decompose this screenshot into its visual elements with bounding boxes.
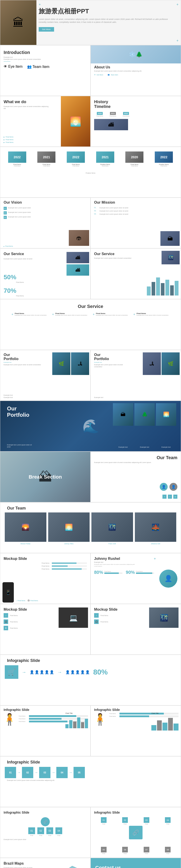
infog2r-cbar-5 bbox=[174, 723, 179, 731]
portfolio-r-label: Example text bbox=[94, 397, 103, 398]
infog4-lbl-1: Final bbox=[30, 835, 33, 836]
infog4r-lbl-8: Final bbox=[166, 853, 169, 854]
intro-icon-2: 👥 Team Item bbox=[27, 65, 50, 69]
intro-label: Example text bbox=[0, 56, 90, 58]
vision-text-2: Example text Lorem ipsum dolor bbox=[8, 211, 31, 213]
infog4r-sq-5: 05 bbox=[101, 847, 107, 852]
johnny-text: Example text Lorem ipsum dolor sit amet … bbox=[91, 563, 140, 568]
infog2r-fill-2 bbox=[120, 715, 149, 717]
about-icons: 👁 Get More 👥 Team Item bbox=[91, 72, 181, 78]
slide-contact: Contact us ✉ yourname@example.com 📞 +0 1… bbox=[90, 858, 181, 868]
tl-label-4: Finalize Items bbox=[100, 164, 110, 165]
infog4-item-1: 01 Final bbox=[28, 827, 35, 836]
team-photo-4 bbox=[135, 513, 177, 542]
johnny-progress-1 bbox=[104, 572, 122, 574]
vision-text-1: Example text Lorem ipsum dolor bbox=[8, 207, 31, 209]
portfolio-images-left bbox=[52, 352, 89, 375]
history-extra: 🏙 bbox=[91, 118, 181, 131]
slide-about: About Us Example text Lorem ipsum dolor … bbox=[90, 45, 181, 96]
johnny-avatar: 👤 bbox=[159, 569, 177, 588]
infog2-chart: Chart Title bbox=[66, 712, 88, 728]
service3-item-3: + Final Items Example text Lorem ipsum d… bbox=[93, 312, 129, 316]
history-text-2: Final Items bbox=[109, 115, 116, 117]
infog4-flow: 🔗 01 Final 02 Final 03 Final 04 Final bbox=[0, 816, 90, 837]
plus-icon-s4: + bbox=[133, 312, 135, 316]
infog4r-sq-6: 06 bbox=[122, 847, 128, 852]
intro-divider bbox=[4, 61, 10, 62]
slide-team-full: Our Team Briana Freitas Johnny Titles Fr… bbox=[0, 502, 181, 553]
whatwedo-labels: Final Items Final Items Final Items bbox=[4, 136, 14, 143]
infog2r-label-1: Final Items bbox=[109, 713, 118, 714]
portfolio-full-label-3: Example text bbox=[156, 446, 176, 448]
infog4r-center-icon: 🔗 bbox=[129, 826, 143, 839]
slide-johnny: Johnny Rushel Example text Example text … bbox=[90, 553, 181, 604]
infog2-chart-title: Chart Title bbox=[66, 712, 88, 714]
slide-mockup-phone: Mockup Slide 📱 Final Items Final Items F… bbox=[0, 553, 90, 604]
plus-icon-1: + bbox=[39, 2, 41, 6]
mockup1-fill-2 bbox=[52, 565, 68, 567]
portfolio-full-label-1: Example text bbox=[113, 446, 133, 448]
vision-title: Our Vision bbox=[0, 198, 90, 206]
tl-image-4: 2021 bbox=[96, 152, 114, 163]
contact-title: Contact us bbox=[91, 858, 181, 868]
johnny-stat-1: 80% Final Items bbox=[94, 570, 122, 575]
infog1-arrow-1: → bbox=[22, 670, 26, 675]
history-text-3: Final Items bbox=[123, 115, 129, 117]
infog4r-lbl-1: Final bbox=[102, 823, 105, 825]
slide-mockup-laptop-left: Mockup Slide ♪ Final Items 🎧 Final Items… bbox=[0, 604, 90, 655]
infog1-title: Infographic Slide bbox=[0, 655, 181, 665]
whatwedo-label-1: Final Items bbox=[4, 136, 14, 138]
history-item-3: 2022 Final Items bbox=[120, 112, 132, 117]
mockup1-track-1 bbox=[52, 563, 87, 564]
chart-bar-3 bbox=[156, 277, 160, 296]
service1-img-2 bbox=[67, 265, 89, 276]
infog4-lbl-4: Final bbox=[57, 835, 60, 836]
portfolio-full-img-2 bbox=[134, 403, 155, 426]
mockup2-text-1: Final Items bbox=[10, 615, 18, 616]
mockup1-fill-3 bbox=[52, 568, 82, 569]
slide-introduction: Introduction Example text Example text L… bbox=[0, 45, 90, 96]
infog3-arrow-1: → bbox=[17, 771, 21, 775]
tl-label-3: Final Items bbox=[72, 164, 80, 165]
mission-num-2: 02. bbox=[94, 210, 98, 212]
mission-num-1: 01. bbox=[94, 207, 98, 208]
mockup2-icon-1: ♪ bbox=[4, 613, 8, 618]
vision-num-1: 01. bbox=[4, 207, 7, 210]
infog3-title: Infographic Slide bbox=[0, 756, 181, 767]
plus-icon-2: + bbox=[177, 2, 179, 6]
infog4-item-2: 02 Final bbox=[37, 827, 44, 836]
infog2r-chart-title: Chart Title bbox=[151, 712, 179, 714]
team-icon: 👥 bbox=[27, 65, 32, 69]
slide-title-image bbox=[0, 0, 36, 45]
portfolio-r-img-2: 🌿 bbox=[161, 352, 180, 375]
intro-text: Example text Lorem ipsum dolor sit amet … bbox=[0, 58, 90, 60]
mission-text-3: Example text Lorem ipsum dolor sit amet bbox=[100, 213, 128, 215]
social-icon-2: t bbox=[168, 495, 172, 499]
team-icon-2: 👥 bbox=[108, 74, 110, 75]
history-item-2: 2021 Final Items bbox=[107, 112, 119, 117]
team-avatar-1: 👤 bbox=[160, 483, 167, 491]
team-social-icons: f t in bbox=[162, 495, 177, 499]
team-photos bbox=[0, 513, 181, 542]
slide-service-list: Our Service + Final Items Example text L… bbox=[0, 299, 181, 350]
tl-item-3: 2022 Final Items Final Items bbox=[67, 152, 85, 166]
mockup2-icon-r2: 🎧 bbox=[94, 619, 99, 624]
chart-bar-1 bbox=[147, 286, 151, 296]
infog1-cart-icon: 🛒 bbox=[5, 665, 18, 679]
portfolio-img-2 bbox=[71, 352, 89, 375]
service2-image bbox=[161, 251, 180, 265]
infog2r-chart: Chart Title bbox=[151, 712, 179, 731]
team-title-right: Our Team bbox=[91, 452, 181, 461]
slide-vision: Our Vision 01. Example text Lorem ipsum … bbox=[0, 197, 90, 248]
service3-text-3: Final Items Example text Lorem ipsum dol… bbox=[96, 312, 128, 316]
johnny-progress-2 bbox=[136, 572, 154, 574]
team-photo-3 bbox=[92, 513, 133, 542]
infog4-sq-4: 04 bbox=[55, 827, 62, 834]
history-text-1: Final Items bbox=[96, 115, 103, 117]
get-more-button[interactable]: Get More bbox=[39, 27, 54, 32]
person-icon-8: 👤 bbox=[75, 670, 80, 674]
mission-item-3: 03. Example text Lorem ipsum dolor sit a… bbox=[94, 213, 177, 215]
tl-sublabel-1: Final Items bbox=[14, 165, 20, 166]
slide-portfolio-full: OurPortfolio Example text Lorem ipsum do… bbox=[0, 401, 181, 452]
intro-icons: 👁 Eye Item 👥 Team Item bbox=[0, 63, 90, 71]
